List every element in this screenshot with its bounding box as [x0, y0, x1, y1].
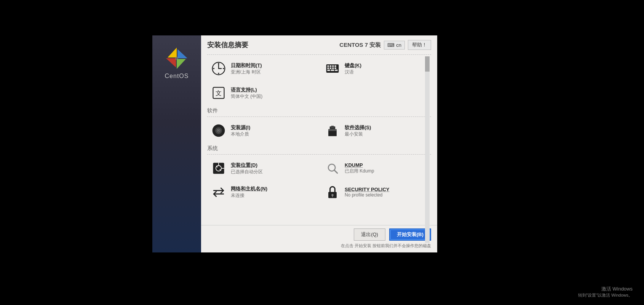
svg-rect-4: [175, 57, 178, 60]
keyboard-icon: [324, 60, 341, 77]
centos-logo: CentOS: [165, 47, 189, 80]
software-divider: [207, 117, 431, 117]
scrollbar-thumb[interactable]: [425, 56, 430, 72]
footer: 退出(Q) 开始安装(B) 在点击 开始安装 按钮前我们并不会操作您的磁盘: [201, 225, 437, 252]
svg-rect-20: [334, 67, 336, 69]
install-source-text: 安装源(I) 本地介质: [231, 124, 250, 137]
centos-logo-icon: [165, 47, 188, 70]
svg-marker-1: [177, 49, 187, 58]
kdump-icon: [324, 160, 341, 177]
software-select-subtitle: 最小安装: [345, 131, 371, 137]
main-content: 安装信息摘要 CENTOS 7 安装 ⌨ cn 帮助！: [201, 35, 437, 252]
activation-line2: 转到"设置"以激活 Windows。: [578, 292, 633, 298]
keyboard-title: 键盘(K): [345, 62, 361, 69]
datetime-subtitle: 亚洲/上海 时区: [231, 69, 262, 75]
install-source-title: 安装源(I): [231, 124, 250, 131]
security-title: SECURITY POLICY: [345, 187, 390, 192]
svg-rect-17: [327, 67, 329, 69]
centos7-label: CENTOS 7 安装: [339, 42, 381, 49]
scrollbar[interactable]: [425, 56, 430, 243]
system-divider: [207, 154, 431, 155]
svg-rect-15: [332, 65, 334, 67]
datetime-item[interactable]: 日期和时间(T) 亚洲/上海 时区: [207, 58, 317, 79]
kdump-title: KDUMP: [345, 162, 374, 168]
language-text: 语言支持(L) 简体中文 (中国): [231, 86, 262, 100]
install-dest-subtitle: 已选择自动分区: [231, 169, 263, 175]
software-select-text: 软件选择(S) 最小安装: [345, 124, 371, 137]
software-select-title: 软件选择(S): [345, 124, 371, 131]
svg-rect-19: [332, 67, 334, 69]
keyboard-item[interactable]: 键盘(K) 汉语: [321, 58, 431, 79]
clock-icon: [210, 60, 227, 77]
language-icon: 文: [210, 85, 227, 101]
keyboard-icon-small: ⌨: [387, 42, 395, 48]
system-grid: 安装位置(D) 已选择自动分区 KDUMP 已启用 Kdump: [207, 158, 431, 203]
install-dest-item[interactable]: 安装位置(D) 已选择自动分区: [207, 158, 317, 179]
network-text: 网络和主机名(N) 未连接: [231, 185, 267, 199]
install-source-item[interactable]: 安装源(I) 本地介质: [207, 120, 317, 141]
language-grid: 文 语言支持(L) 简体中文 (中国): [207, 82, 431, 104]
svg-line-39: [334, 170, 337, 173]
svg-marker-3: [166, 58, 176, 67]
scroll-content: 日期和时间(T) 亚洲/上海 时区: [201, 53, 437, 225]
sidebar: CentOS: [152, 35, 201, 252]
svg-rect-33: [328, 129, 337, 131]
keyboard-subtitle: 汉语: [345, 69, 361, 75]
datetime-title: 日期和时间(T): [231, 62, 262, 69]
page-title: 安装信息摘要: [207, 40, 248, 50]
footer-buttons: 退出(Q) 开始安装(B): [207, 228, 431, 241]
lang-value: cn: [396, 42, 401, 48]
security-subtitle: No profile selected: [345, 192, 390, 198]
centos-brand-text: CentOS: [165, 73, 189, 80]
footer-note: 在点击 开始安装 按钮前我们并不会操作您的磁盘: [207, 243, 431, 249]
svg-rect-13: [327, 65, 329, 67]
quit-button[interactable]: 退出(Q): [354, 228, 385, 241]
system-section-label: 系统: [207, 145, 431, 152]
svg-point-8: [218, 63, 219, 64]
disc-icon: [210, 122, 227, 139]
svg-point-10: [213, 68, 214, 69]
svg-rect-16: [334, 65, 336, 67]
datetime-text: 日期和时间(T) 亚洲/上海 时区: [231, 62, 262, 75]
help-button[interactable]: 帮助！: [408, 40, 431, 50]
network-title: 网络和主机名(N): [231, 185, 267, 192]
language-subtitle: 简体中文 (中国): [231, 93, 262, 100]
network-subtitle: 未连接: [231, 192, 267, 199]
keyboard-text: 键盘(K) 汉语: [345, 62, 361, 75]
language-title: 语言支持(L): [231, 86, 262, 93]
language-button[interactable]: ⌨ cn: [384, 41, 405, 50]
software-select-item[interactable]: 软件选择(S) 最小安装: [321, 120, 431, 141]
localization-grid: 日期和时间(T) 亚洲/上海 时区: [207, 58, 431, 79]
kdump-subtitle: 已启用 Kdump: [345, 168, 374, 174]
svg-rect-21: [327, 70, 330, 71]
svg-text:文: 文: [216, 89, 222, 97]
network-icon: [210, 184, 227, 200]
software-section-label: 软件: [207, 107, 431, 114]
kdump-text: KDUMP 已启用 Kdump: [345, 162, 374, 174]
svg-rect-32: [331, 126, 334, 128]
install-dest-title: 安装位置(D): [231, 162, 263, 169]
install-dest-text: 安装位置(D) 已选择自动分区: [231, 162, 263, 175]
language-item[interactable]: 文 语言支持(L) 简体中文 (中国): [207, 82, 317, 104]
header-right: CENTOS 7 安装 ⌨ cn 帮助！: [339, 40, 431, 50]
activation-line1: 激活 Windows: [578, 286, 633, 292]
svg-point-9: [218, 73, 219, 74]
security-icon: [324, 184, 341, 200]
software-grid: 安装源(I) 本地介质 软件选择(S) 最小安装: [207, 120, 431, 141]
svg-rect-23: [335, 70, 337, 71]
disk-icon: [210, 160, 227, 177]
software-icon: [324, 122, 341, 139]
security-item[interactable]: SECURITY POLICY No profile selected: [321, 181, 431, 203]
security-text: SECURITY POLICY No profile selected: [345, 187, 390, 198]
svg-marker-0: [168, 48, 177, 57]
svg-rect-18: [330, 67, 332, 69]
kdump-item[interactable]: KDUMP 已启用 Kdump: [321, 158, 431, 179]
svg-point-11: [223, 68, 224, 69]
localization-divider: [207, 54, 431, 55]
windows-activation: 激活 Windows 转到"设置"以激活 Windows。: [578, 286, 633, 298]
svg-point-29: [218, 130, 219, 131]
svg-rect-22: [331, 70, 334, 71]
svg-marker-2: [177, 59, 186, 69]
install-source-subtitle: 本地介质: [231, 131, 250, 137]
network-item[interactable]: 网络和主机名(N) 未连接: [207, 181, 317, 203]
